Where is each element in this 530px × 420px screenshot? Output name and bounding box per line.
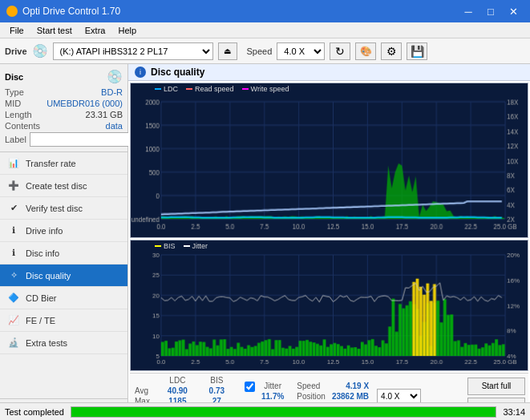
sidebar-label-drive-info: Drive info	[26, 226, 63, 236]
drive-select[interactable]: (K:) ATAPI iHBS312 2 PL17	[53, 42, 213, 60]
legend-ldc: LDC	[155, 85, 178, 93]
app-title: Opti Drive Control 1.70	[22, 6, 120, 17]
settings-button[interactable]: ⚙	[381, 42, 402, 60]
disc-contents-val: data	[106, 121, 123, 131]
jitter-col-header: Jitter	[261, 381, 289, 391]
sidebar-item-drive-info[interactable]: ℹ Drive info	[0, 220, 127, 242]
disc-type-val: BD-R	[101, 87, 123, 97]
menu-extra[interactable]: Extra	[79, 24, 112, 37]
drive-info-icon: ℹ	[8, 225, 19, 236]
sidebar-item-verify-test-disc[interactable]: ✔ Verify test disc	[0, 197, 127, 220]
disc-type-row: Type BD-R	[5, 87, 123, 97]
sidebar-label-create-test-disc: Create test disc	[26, 181, 87, 191]
chart1-container: LDC Read speed Write speed	[130, 83, 528, 238]
legend-bis: BIS	[155, 242, 176, 250]
sidebar-item-disc-quality[interactable]: ✧ Disc quality	[0, 265, 127, 287]
speed-avg-val: 4.19 X	[346, 382, 369, 390]
cd-bier-icon: 🔷	[8, 293, 19, 304]
speed-avg-key: Speed	[297, 382, 320, 390]
jitter-avg-val: 11.7%	[261, 391, 289, 402]
legend-ldc-label: LDC	[164, 85, 178, 93]
close-button[interactable]: ✕	[503, 3, 524, 19]
disc-mid-row: MID UMEBDR016 (000)	[5, 99, 123, 108]
stats-avg-row: Avg 40.90 0.73	[133, 386, 237, 396]
fe-te-icon: 📈	[8, 315, 19, 326]
sidebar-label-disc-quality: Disc quality	[26, 271, 71, 281]
disc-quality-icon: ✧	[8, 270, 19, 281]
app-icon	[6, 6, 18, 17]
chart1-legend: LDC Read speed Write speed	[155, 85, 289, 93]
stats-avg-bis: 0.73	[202, 386, 237, 396]
charts-area: LDC Read speed Write speed	[128, 81, 530, 420]
legend-bis-label: BIS	[164, 242, 176, 250]
disc-label-key: Label	[5, 135, 26, 144]
speed-label: Speed	[247, 46, 273, 56]
disc-length-row: Length 23.31 GB	[5, 110, 123, 119]
transfer-rate-icon: 📊	[8, 158, 19, 169]
chart2-canvas	[131, 240, 528, 370]
stats-col-bis-header: BIS	[202, 375, 237, 386]
bottom-time: 33:14	[503, 407, 525, 417]
sidebar-item-fe-te[interactable]: 📈 FE / TE	[0, 309, 127, 332]
legend-jitter: Jitter	[184, 242, 208, 250]
bottom-bar: Test completed 33:14	[0, 402, 530, 420]
stats-avg-label: Avg	[133, 386, 158, 396]
disc-mid-key: MID	[5, 99, 21, 108]
disc-label-input[interactable]	[30, 132, 138, 147]
disc-quality-title: Disc quality	[151, 67, 204, 78]
progress-bar-container	[71, 406, 496, 418]
legend-jitter-dot	[184, 245, 190, 247]
sidebar-item-create-test-disc[interactable]: ➕ Create test disc	[0, 175, 127, 197]
jitter-checkbox[interactable]	[245, 382, 255, 392]
sidebar-label-transfer-rate: Transfer rate	[26, 159, 76, 168]
legend-jitter-label: Jitter	[192, 242, 208, 250]
save-button[interactable]: 💾	[407, 42, 427, 60]
title-bar: Opti Drive Control 1.70 ─ □ ✕	[0, 0, 530, 22]
sidebar-item-disc-info[interactable]: ℹ Disc info	[0, 242, 127, 265]
sidebar-label-extra-tests: Extra tests	[26, 338, 67, 348]
menu-start-test[interactable]: Start test	[30, 24, 79, 37]
disc-mid-val: UMEBDR016 (000)	[47, 99, 123, 108]
color-button[interactable]: 🎨	[355, 42, 376, 60]
sidebar-label-verify-test-disc: Verify test disc	[26, 204, 83, 213]
legend-bis-dot	[155, 245, 161, 247]
sidebar-item-extra-tests[interactable]: 🔬 Extra tests	[0, 332, 127, 354]
disc-info-icon: ℹ	[8, 248, 19, 259]
progress-bar-fill	[71, 407, 496, 417]
disc-quality-header: i Disc quality	[128, 64, 530, 81]
speed-position-key: Position	[297, 392, 326, 401]
legend-read-speed-label: Read speed	[195, 85, 234, 93]
sidebar-item-transfer-rate[interactable]: 📊 Transfer rate	[0, 152, 127, 175]
stats-speed-select[interactable]: 4.0 X	[377, 389, 421, 403]
disc-label-row: Label 🖼	[5, 132, 123, 147]
disc-icon: 💿	[107, 69, 123, 84]
disc-contents-row: Contents data	[5, 121, 123, 131]
title-bar-controls: ─ □ ✕	[458, 3, 524, 19]
start-full-button[interactable]: Start full	[467, 378, 525, 395]
chart2-legend: BIS Jitter	[155, 242, 208, 250]
disc-header: Disc 💿	[5, 69, 123, 84]
legend-read-speed-dot	[186, 88, 192, 90]
stats-avg-ldc: 40.90	[158, 386, 202, 396]
eject-button[interactable]: ⏏	[218, 42, 237, 60]
minimize-button[interactable]: ─	[458, 3, 479, 19]
sidebar-label-cd-bier: CD Bier	[26, 293, 57, 303]
refresh-button[interactable]: ↻	[330, 42, 350, 60]
stats-col-label-header	[133, 375, 158, 386]
legend-read-speed: Read speed	[186, 85, 234, 93]
chart2-container: BIS Jitter	[130, 240, 528, 371]
drive-toolbar: Drive 💿 (K:) ATAPI iHBS312 2 PL17 ⏏ Spee…	[0, 38, 530, 64]
disc-info-section: Disc 💿 Type BD-R MID UMEBDR016 (000) Len…	[0, 64, 127, 152]
sidebar-label-fe-te: FE / TE	[26, 316, 55, 325]
maximize-button[interactable]: □	[480, 3, 501, 19]
sidebar-label-disc-info: Disc info	[26, 248, 59, 258]
create-test-disc-icon: ➕	[8, 180, 19, 192]
legend-write-speed: Write speed	[242, 85, 289, 93]
menu-file[interactable]: File	[3, 24, 30, 37]
disc-length-key: Length	[5, 110, 32, 119]
speed-row-position: Position 23862 MB	[297, 392, 369, 401]
speed-select[interactable]: 4.0 X	[277, 42, 325, 60]
sidebar-item-cd-bier[interactable]: 🔷 CD Bier	[0, 287, 127, 309]
menu-help[interactable]: Help	[111, 24, 143, 37]
disc-quality-header-icon: i	[135, 67, 146, 78]
